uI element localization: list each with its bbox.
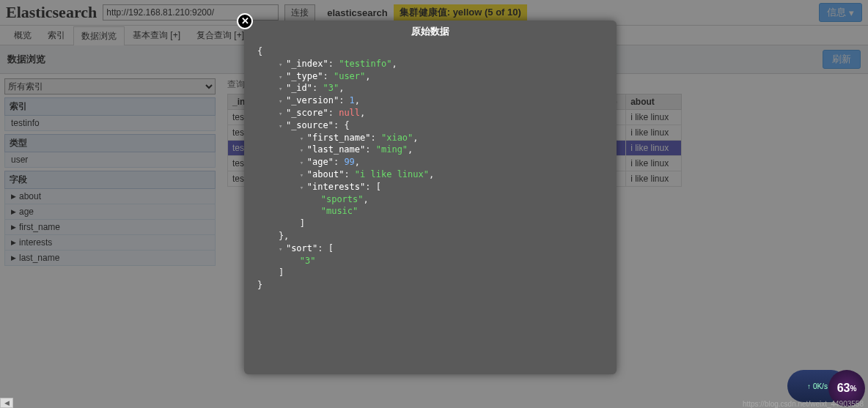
raw-data-modal: ✕ 原始数据 { ▾"_index": "testinfo", ▾"_type"… [244,21,617,374]
upload-speed: ↑ 0K/s [807,382,828,390]
modal-title: 原始数据 [244,21,617,42]
json-body: { ▾"_index": "testinfo", ▾"_type": "user… [244,42,617,294]
close-icon[interactable]: ✕ [237,13,253,29]
scroll-left-icon[interactable]: ◀ [0,398,13,408]
watermark: https://blog.csdn.net/weixt_44903558 [743,400,864,408]
